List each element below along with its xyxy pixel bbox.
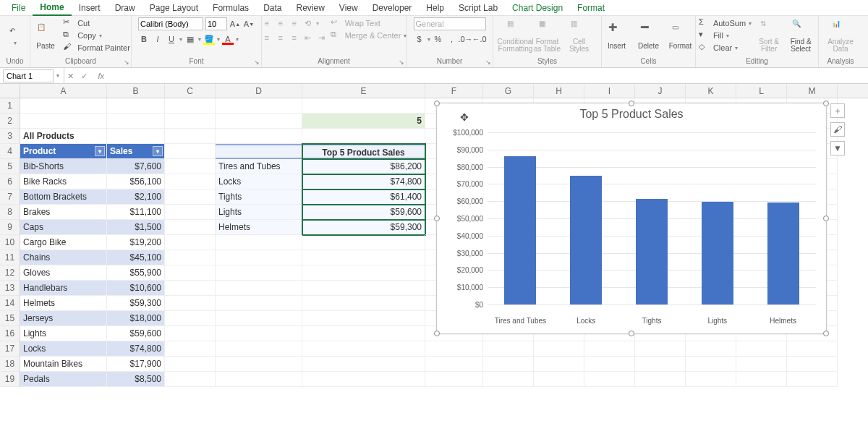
cell[interactable] bbox=[165, 250, 216, 265]
menu-script-lab[interactable]: Script Lab bbox=[451, 1, 505, 15]
cell[interactable]: $7,600 bbox=[107, 159, 165, 174]
row-header-7[interactable]: 7 bbox=[0, 189, 20, 205]
cell[interactable] bbox=[425, 341, 483, 357]
cell[interactable] bbox=[165, 265, 216, 281]
cell[interactable]: Mountain Bikes bbox=[20, 357, 107, 372]
col-header-C[interactable]: C bbox=[165, 84, 216, 98]
worksheet[interactable]: ABCDEFGHIJKLM 12345678910111213141516171… bbox=[0, 84, 868, 426]
cell[interactable] bbox=[483, 372, 534, 387]
cell[interactable] bbox=[302, 357, 425, 372]
cell[interactable]: Caps bbox=[20, 220, 107, 235]
orientation-icon[interactable]: ⟲ bbox=[302, 17, 314, 29]
cell[interactable]: Bike Racks bbox=[20, 174, 107, 189]
col-header-B[interactable]: B bbox=[107, 84, 165, 98]
cell[interactable]: $61,400 bbox=[302, 189, 425, 205]
chart-title[interactable]: Top 5 Product Sales bbox=[437, 108, 826, 121]
cell[interactable]: Handlebars bbox=[20, 281, 107, 296]
row-header-4[interactable]: 4 bbox=[0, 144, 20, 159]
menu-insert[interactable]: Insert bbox=[72, 1, 108, 15]
cell[interactable] bbox=[635, 341, 686, 357]
chart-elements-button[interactable]: ＋ bbox=[830, 103, 845, 118]
cell[interactable] bbox=[216, 296, 302, 311]
cell[interactable] bbox=[165, 174, 216, 189]
cell[interactable]: $56,100 bbox=[107, 174, 165, 189]
menu-review[interactable]: Review bbox=[289, 1, 331, 15]
row-header-18[interactable]: 18 bbox=[0, 357, 20, 372]
row-header-1[interactable]: 1 bbox=[0, 98, 20, 114]
cell[interactable] bbox=[302, 129, 425, 144]
menu-home[interactable]: Home bbox=[33, 0, 71, 16]
cell[interactable] bbox=[686, 341, 736, 357]
cell[interactable]: $59,300 bbox=[107, 296, 165, 311]
chart-filters-button[interactable]: ▼ bbox=[830, 141, 845, 156]
cell[interactable] bbox=[302, 98, 425, 114]
menu-formulas[interactable]: Formulas bbox=[205, 1, 256, 15]
font-color-button[interactable]: A bbox=[222, 33, 234, 45]
cell-styles-button[interactable]: ▥Cell Styles bbox=[565, 17, 594, 55]
fill-color-button[interactable]: 🪣 bbox=[203, 33, 215, 45]
menu-page-layout[interactable]: Page Layout bbox=[142, 1, 205, 15]
row-header-9[interactable]: 9 bbox=[0, 220, 20, 235]
cell[interactable] bbox=[787, 357, 838, 372]
copy-button[interactable]: ⧉Copy▾ bbox=[63, 30, 130, 41]
cell[interactable] bbox=[216, 265, 302, 281]
cell[interactable]: Top 5 Product Sales bbox=[302, 144, 425, 159]
currency-icon[interactable]: $ bbox=[414, 33, 425, 45]
cell[interactable]: $74,800 bbox=[107, 341, 165, 357]
cell[interactable] bbox=[216, 144, 302, 159]
decrease-indent-icon[interactable]: ⇤ bbox=[302, 32, 314, 43]
row-headers[interactable]: 12345678910111213141516171819 bbox=[0, 98, 20, 387]
cell[interactable]: Helmets bbox=[216, 220, 302, 235]
cell[interactable]: $59,600 bbox=[107, 326, 165, 341]
cell[interactable] bbox=[165, 281, 216, 296]
row-header-6[interactable]: 6 bbox=[0, 174, 20, 189]
cell[interactable] bbox=[216, 129, 302, 144]
cell[interactable] bbox=[483, 357, 534, 372]
increase-font-icon[interactable]: A▲ bbox=[229, 18, 241, 30]
chart-bar[interactable] bbox=[702, 202, 733, 304]
analyze-data-button[interactable]: 📊Analyze Data bbox=[826, 17, 855, 55]
align-top-icon[interactable]: ≡ bbox=[261, 17, 273, 29]
row-header-2[interactable]: 2 bbox=[0, 114, 20, 129]
cell[interactable] bbox=[584, 341, 635, 357]
align-middle-icon[interactable]: ≡ bbox=[275, 17, 286, 29]
cell[interactable] bbox=[302, 281, 425, 296]
cell[interactable]: Gloves bbox=[20, 265, 107, 281]
cell[interactable] bbox=[165, 98, 216, 114]
cut-button[interactable]: ✂Cut bbox=[63, 17, 130, 29]
col-header-J[interactable]: J bbox=[635, 84, 686, 98]
cell[interactable] bbox=[216, 357, 302, 372]
fx-icon[interactable]: fx bbox=[95, 72, 107, 80]
dialog-launcher-icon[interactable]: ↘ bbox=[399, 59, 404, 66]
menu-format[interactable]: Format bbox=[570, 1, 612, 15]
col-header-F[interactable]: F bbox=[425, 84, 483, 98]
cell[interactable] bbox=[165, 144, 216, 159]
wrap-text-button[interactable]: ↩Wrap Text bbox=[331, 17, 407, 29]
cell[interactable]: All Products bbox=[20, 129, 107, 144]
cell[interactable] bbox=[107, 129, 165, 144]
chart-object[interactable]: Top 5 Product Sales $0$10,000$20,000$30,… bbox=[436, 103, 827, 334]
cell[interactable] bbox=[216, 311, 302, 326]
cell[interactable]: Cargo Bike bbox=[20, 235, 107, 250]
insert-cells-button[interactable]: ➕Insert bbox=[603, 17, 631, 55]
row-header-5[interactable]: 5 bbox=[0, 159, 20, 174]
cell[interactable] bbox=[107, 98, 165, 114]
menu-view[interactable]: View bbox=[332, 1, 365, 15]
decrease-decimal-icon[interactable]: ←.0 bbox=[474, 33, 485, 45]
format-cells-button[interactable]: ▭Format bbox=[666, 17, 695, 55]
col-header-H[interactable]: H bbox=[534, 84, 584, 98]
row-header-14[interactable]: 14 bbox=[0, 296, 20, 311]
row-header-13[interactable]: 13 bbox=[0, 281, 20, 296]
chart-bar[interactable] bbox=[504, 156, 536, 304]
column-headers[interactable]: ABCDEFGHIJKLM bbox=[0, 84, 868, 98]
align-center-icon[interactable]: ≡ bbox=[275, 32, 286, 43]
cancel-formula-icon[interactable]: ✕ bbox=[64, 72, 76, 81]
row-header-8[interactable]: 8 bbox=[0, 205, 20, 220]
cell[interactable] bbox=[165, 372, 216, 387]
align-left-icon[interactable]: ≡ bbox=[261, 32, 273, 43]
format-as-table-button[interactable]: ▦Format as Table bbox=[533, 17, 562, 55]
sort-filter-button[interactable]: ⇅Sort & Filter bbox=[754, 17, 783, 55]
cell[interactable] bbox=[216, 114, 302, 129]
cell[interactable] bbox=[165, 189, 216, 205]
cell[interactable]: Lights bbox=[216, 205, 302, 220]
